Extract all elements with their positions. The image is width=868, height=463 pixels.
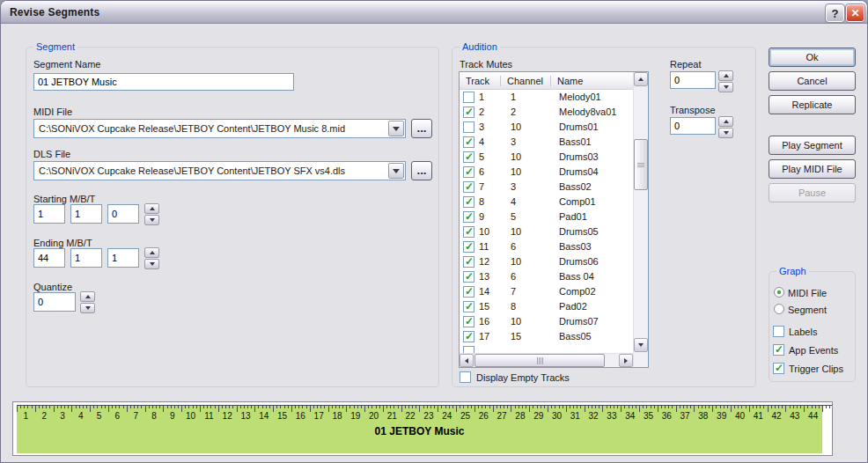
labels-checkbox[interactable] <box>773 326 784 337</box>
app-events-checkbox[interactable] <box>773 344 784 356</box>
table-row[interactable]: 95Pad01 <box>460 209 633 224</box>
track-mute-checkbox[interactable] <box>463 271 474 283</box>
name-cell: Pad02 <box>559 301 587 312</box>
track-mute-checkbox[interactable] <box>463 316 474 327</box>
scroll-left-button[interactable] <box>460 354 474 367</box>
table-row[interactable]: 84Comp01 <box>460 195 633 209</box>
track-mute-checkbox[interactable] <box>463 166 474 178</box>
vertical-scrollbar[interactable] <box>633 72 648 367</box>
track-mute-checkbox[interactable] <box>463 121 474 133</box>
measure-number: 40 <box>731 411 749 423</box>
track-mute-checkbox[interactable] <box>463 226 474 238</box>
table-row[interactable]: 310Drums01 <box>460 120 633 135</box>
name-cell: Melody8va01 <box>559 107 616 117</box>
measure-number: 9 <box>163 411 181 423</box>
table-row[interactable]: 116Bass03 <box>460 239 633 254</box>
measure-number: 33 <box>603 411 622 423</box>
spinner-down-button[interactable] <box>718 82 733 92</box>
horizontal-scrollbar[interactable] <box>460 353 633 367</box>
spinner-down-button[interactable] <box>718 128 733 138</box>
channel-cell: 15 <box>511 331 521 342</box>
scroll-right-button[interactable] <box>619 354 633 367</box>
track-mute-checkbox[interactable] <box>463 286 474 298</box>
table-row[interactable]: 1010Drums05 <box>460 224 633 239</box>
track-mute-checkbox[interactable] <box>463 196 474 208</box>
spinner-down-button[interactable] <box>80 303 95 313</box>
transpose-input[interactable] <box>670 117 716 135</box>
dls-file-dropdown-button[interactable] <box>388 163 404 179</box>
starting-measure-input[interactable] <box>33 204 65 224</box>
column-header-track[interactable]: Track <box>460 76 500 86</box>
segment-name-input[interactable] <box>33 73 294 91</box>
midi-file-combo[interactable]: C:\SONiVOX Cupcake Release\JETBOY Conten… <box>33 119 406 138</box>
play-midi-file-button[interactable]: Play MIDI File <box>769 159 856 179</box>
ending-beat-input[interactable] <box>70 248 102 268</box>
arrow-up-icon <box>150 251 155 254</box>
track-mute-checkbox[interactable] <box>463 181 474 193</box>
table-row[interactable]: 73Bass02 <box>460 180 633 195</box>
trigger-clips-checkbox[interactable] <box>773 363 784 374</box>
measure-number: 2 <box>35 411 54 423</box>
spinner-up-button[interactable] <box>718 116 733 127</box>
graph-radio-midi-file[interactable] <box>774 287 784 298</box>
ok-button[interactable]: Ok <box>769 48 856 67</box>
table-row[interactable]: 147Comp02 <box>460 284 633 299</box>
quantize-spinner <box>80 291 95 313</box>
help-button[interactable]: ? <box>826 4 844 22</box>
table-row[interactable]: 136Bass 04 <box>460 269 633 284</box>
quantize-input[interactable] <box>33 292 76 312</box>
name-cell: Comp02 <box>559 286 596 297</box>
track-mute-checkbox[interactable] <box>463 241 474 253</box>
dls-file-browse-button[interactable]: ... <box>411 161 432 180</box>
replicate-button[interactable]: Replicate <box>769 95 856 114</box>
ending-tick-input[interactable] <box>107 248 139 268</box>
track-mute-checkbox[interactable] <box>463 331 474 342</box>
horizontal-scroll-thumb[interactable] <box>474 354 605 367</box>
title-bar[interactable]: Revise Segments ? ✕ <box>1 1 867 24</box>
track-mute-checkbox[interactable] <box>463 301 474 312</box>
midi-file-browse-button[interactable]: ... <box>411 119 432 138</box>
table-row[interactable]: 1610Drums07 <box>460 314 633 329</box>
table-row[interactable]: 22Melody8va01 <box>460 105 633 120</box>
spinner-up-button[interactable] <box>718 70 733 81</box>
spinner-down-button[interactable] <box>144 259 159 269</box>
display-empty-tracks-label: Display Empty Tracks <box>476 372 570 383</box>
table-row[interactable]: 43Bass01 <box>460 135 633 150</box>
spinner-down-button[interactable] <box>144 215 159 225</box>
cancel-button[interactable]: Cancel <box>769 71 856 91</box>
table-row[interactable]: 1210Drums06 <box>460 254 633 269</box>
spinner-up-button[interactable] <box>144 247 159 258</box>
spinner-up-button[interactable] <box>144 203 159 214</box>
midi-file-dropdown-button[interactable] <box>388 121 404 136</box>
table-row[interactable]: 11Melody01 <box>460 90 633 105</box>
ending-measure-input[interactable] <box>33 248 65 268</box>
repeat-input[interactable] <box>670 71 716 89</box>
table-row[interactable]: 610Drums04 <box>460 165 633 180</box>
track-mute-checkbox[interactable] <box>463 107 474 118</box>
track-number-cell: 5 <box>479 151 484 162</box>
close-button[interactable]: ✕ <box>846 4 864 22</box>
spinner-up-button[interactable] <box>80 291 95 302</box>
track-mute-checkbox[interactable] <box>463 211 474 223</box>
measure-number: 12 <box>218 411 237 423</box>
track-mute-checkbox[interactable] <box>463 256 474 268</box>
column-header-name[interactable]: Name <box>551 76 633 86</box>
display-empty-tracks-checkbox[interactable] <box>460 371 471 383</box>
vertical-scroll-thumb[interactable] <box>634 139 648 190</box>
graph-checkbox-label: Trigger Clips <box>789 364 843 374</box>
column-header-channel[interactable]: Channel <box>501 76 550 86</box>
table-row[interactable]: 1715Bass05 <box>460 329 633 344</box>
graph-radio-segment[interactable] <box>774 304 784 314</box>
dls-file-combo[interactable]: C:\SONiVOX Cupcake Release\JETBOY Conten… <box>33 161 406 180</box>
table-row[interactable]: 158Pad02 <box>460 299 633 314</box>
track-mute-checkbox[interactable] <box>463 136 474 148</box>
table-row[interactable]: 510Drums03 <box>460 150 633 165</box>
measure-number: 38 <box>694 411 712 423</box>
starting-beat-input[interactable] <box>70 204 102 224</box>
scroll-down-button[interactable] <box>634 338 648 352</box>
scroll-up-button[interactable] <box>634 72 648 86</box>
starting-tick-input[interactable] <box>107 204 139 224</box>
track-mute-checkbox[interactable] <box>463 151 474 163</box>
play-segment-button[interactable]: Play Segment <box>769 136 856 155</box>
track-mute-checkbox[interactable] <box>463 92 474 103</box>
